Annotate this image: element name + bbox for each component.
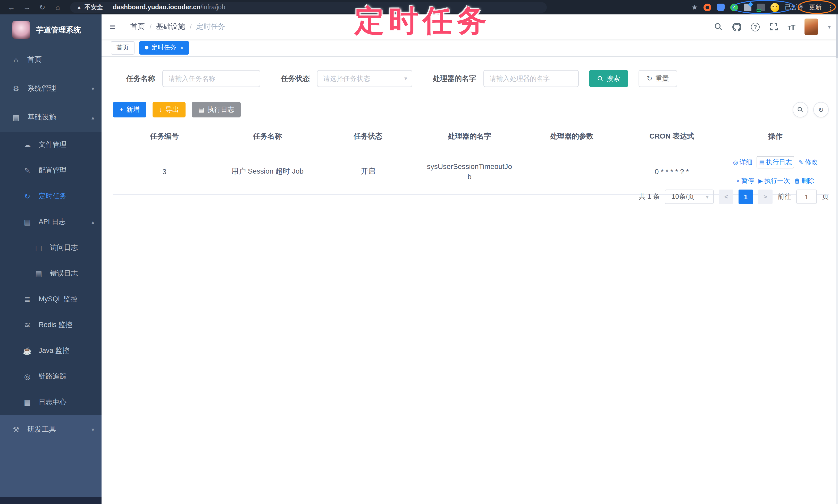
pause-label: 暂停 [741, 175, 754, 187]
bookmark-star-icon[interactable]: ★ [692, 3, 698, 11]
col-header-actions: 操作 [722, 125, 829, 148]
sidebar-item-scheduled-job[interactable]: ↻ 定时任务 [0, 183, 102, 209]
fullscreen-icon[interactable] [769, 23, 778, 31]
forward-icon[interactable]: → [23, 3, 31, 11]
pencil-icon: ✎ [799, 157, 803, 168]
infrastructure-icon: ▤ [11, 113, 21, 122]
edit-label: 修改 [805, 157, 818, 168]
next-page-button[interactable]: > [758, 190, 772, 204]
export-button[interactable]: ↓ 导出 [153, 102, 186, 118]
extension-icon[interactable] [717, 3, 724, 11]
sidebar-item-access-log[interactable]: ▤ 访问日志 [0, 235, 102, 260]
edit-link[interactable]: ✎ 修改 [799, 157, 818, 168]
back-icon[interactable]: ← [7, 3, 15, 11]
github-icon[interactable] [732, 22, 741, 31]
prev-page-button[interactable]: < [719, 190, 733, 204]
job-table: 任务编号 任务名称 任务状态 处理器的名字 处理器的参数 CRON 表达式 操作… [113, 125, 829, 195]
sidebar-item-config-manage[interactable]: ✎ 配置管理 [0, 158, 102, 183]
breadcrumb-home[interactable]: 首页 [130, 22, 145, 32]
tab-home[interactable]: 首页 [111, 41, 135, 54]
page-size-value: 10条/页 [671, 192, 694, 201]
close-icon[interactable]: × [180, 44, 184, 51]
app-logo-row[interactable]: 芋道管理系统 [0, 14, 102, 45]
handler-text: sysUserSessionTimeoutJob [426, 161, 513, 182]
hamburger-icon[interactable]: ≡ [110, 21, 122, 32]
col-header-name: 任务名称 [216, 125, 319, 148]
chevron-down-icon: ▾ [404, 75, 407, 82]
sidebar-item-label: API 日志 [39, 217, 66, 227]
search-icon[interactable] [714, 23, 722, 31]
reset-button[interactable]: ↻ 重置 [639, 70, 677, 87]
delete-link[interactable]: 删除 [794, 175, 814, 187]
trash-icon [794, 178, 800, 184]
sidebar-item-label: 首页 [27, 55, 42, 65]
breadcrumb: 首页 / 基础设施 / 定时任务 [130, 22, 225, 32]
download-icon: ↓ [159, 106, 162, 113]
scrollbar-thumb[interactable] [836, 14, 838, 58]
home-icon: ⌂ [11, 56, 21, 64]
sidebar-item-label: 错误日志 [50, 269, 78, 278]
detail-label: 详细 [739, 157, 752, 168]
url-path: /infra/job [200, 4, 225, 11]
run-log-link[interactable]: ▤ 执行日志 [756, 156, 795, 168]
help-icon[interactable]: ? [751, 22, 760, 31]
scrollbar[interactable] [836, 14, 838, 504]
page-unit-label: 页 [822, 192, 829, 201]
breadcrumb-separator: / [150, 23, 152, 31]
col-header-id: 任务编号 [113, 125, 216, 148]
database-icon: ≣ [23, 295, 32, 303]
sidebar-item-file-manage[interactable]: ☁ 文件管理 [0, 132, 102, 158]
sidebar-item-redis-monitor[interactable]: ≋ Redis 监控 [0, 312, 102, 338]
reload-icon[interactable]: ↻ [38, 3, 46, 11]
job-name-input[interactable] [169, 75, 254, 83]
list-icon: ▤ [759, 157, 765, 168]
toggle-search-button[interactable] [793, 102, 808, 118]
pause-link[interactable]: × 暂停 [736, 175, 754, 187]
layers-icon: ≋ [23, 321, 32, 329]
table-header-row: 任务编号 任务名称 任务状态 处理器的名字 处理器的参数 CRON 表达式 操作 [113, 125, 829, 148]
java-icon: ☕ [23, 347, 32, 355]
search-button[interactable]: 搜索 [589, 70, 628, 87]
sidebar-item-trace[interactable]: ◎ 链路追踪 [0, 364, 102, 390]
tab-scheduled-job[interactable]: 定时任务 × [139, 41, 189, 54]
breadcrumb-infra[interactable]: 基础设施 [156, 22, 185, 32]
add-button[interactable]: + 新增 [113, 102, 146, 118]
sidebar-item-system[interactable]: ⚙ 系统管理 ▾ [0, 74, 102, 103]
page-size-select[interactable]: 10条/页 ▾ [665, 190, 714, 204]
sidebar-item-home[interactable]: ⌂ 首页 [0, 45, 102, 74]
font-size-icon[interactable]: ᴛT [787, 22, 795, 31]
tab-label: 定时任务 [152, 43, 176, 52]
sidebar-item-log-center[interactable]: ▤ 日志中心 [0, 390, 102, 415]
job-status-select[interactable]: 请选择任务状态 ▾ [317, 70, 412, 87]
sidebar-menu-top: ⌂ 首页 ⚙ 系统管理 ▾ ▤ 基础设施 ▴ [0, 45, 102, 132]
detail-link[interactable]: ◎ 详细 [733, 157, 752, 168]
goto-label: 前往 [778, 192, 791, 201]
cell-actions: ◎ 详细 ▤ 执行日志 ✎ 修改 × 暂停 [722, 148, 829, 194]
refresh-icon: ↻ [818, 106, 824, 113]
home-icon[interactable]: ⌂ [54, 3, 62, 11]
job-name-label: 任务名称 [126, 74, 155, 83]
cell-param [522, 148, 622, 194]
security-label[interactable]: 不安全 [85, 3, 103, 12]
sidebar-item-label: Redis 监控 [39, 320, 72, 330]
current-page-button[interactable]: 1 [738, 190, 753, 204]
chevron-down-icon: ▾ [91, 426, 94, 433]
handler-name-input[interactable] [490, 75, 573, 83]
sidebar-item-error-log[interactable]: ▤ 错误日志 [0, 260, 102, 286]
avatar[interactable] [805, 19, 818, 35]
extension-icon[interactable] [703, 3, 711, 11]
sidebar-item-label: 访问日志 [50, 243, 78, 252]
execution-log-button[interactable]: ▤ 执行日志 [192, 102, 241, 118]
sidebar-lower-section: ⚒ 研发工具 ▾ [0, 415, 102, 504]
goto-page-input[interactable] [796, 190, 817, 204]
sidebar-item-mysql-monitor[interactable]: ≣ MySQL 监控 [0, 286, 102, 312]
refresh-button[interactable]: ↻ [813, 102, 829, 118]
chevron-down-icon[interactable]: ▾ [828, 23, 831, 30]
sidebar-item-infra[interactable]: ▤ 基础设施 ▴ [0, 103, 102, 132]
sidebar-item-label: 配置管理 [39, 166, 67, 175]
sidebar-item-api-log[interactable]: ▤ API 日志 ▴ [0, 209, 102, 235]
sidebar-item-label: 定时任务 [39, 192, 67, 201]
sidebar-item-dev-tools[interactable]: ⚒ 研发工具 ▾ [0, 415, 102, 444]
run-once-link[interactable]: ▶ 执行一次 [758, 175, 790, 187]
sidebar-item-java-monitor[interactable]: ☕ Java 监控 [0, 338, 102, 364]
